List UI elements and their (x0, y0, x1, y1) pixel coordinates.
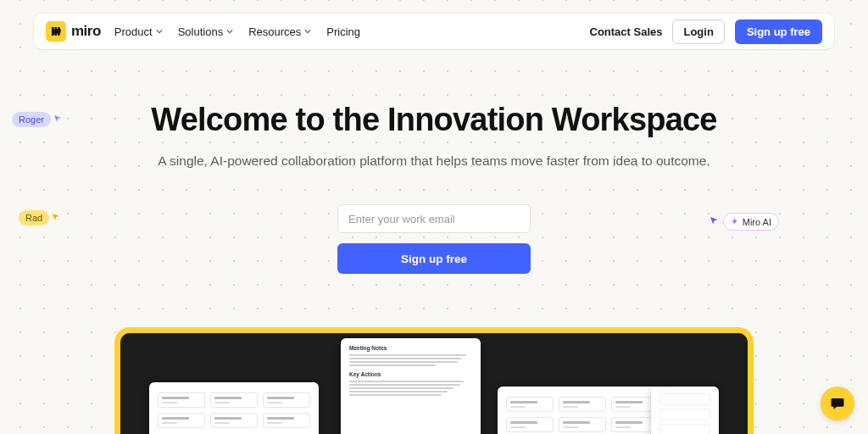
cursor-badge-miro-ai: ✦ Miro AI (710, 213, 779, 231)
nav-item-resources[interactable]: Resources (248, 25, 311, 38)
sparkle-icon: ✦ (731, 216, 738, 227)
cursor-pointer-icon (54, 115, 63, 124)
nav-label: Solutions (178, 25, 223, 38)
nav-item-solutions[interactable]: Solutions (178, 25, 233, 38)
cta-signup-button[interactable]: Sign up free (337, 243, 531, 274)
chevron-down-icon (226, 28, 233, 35)
hero-subhead: A single, AI-powered collaboration platf… (0, 153, 868, 169)
nav-item-product[interactable]: Product (114, 25, 163, 38)
hero-headline: Welcome to the Innovation Workspace (0, 102, 868, 138)
chat-icon (830, 396, 845, 411)
cursor-badge-roger: Roger (12, 112, 63, 127)
nav-links: Product Solutions Resources Pricing (114, 25, 360, 38)
showcase-panel (149, 382, 319, 434)
cursor-pointer-icon (710, 217, 720, 226)
nav-label: Resources (248, 25, 301, 38)
chat-launcher-button[interactable] (821, 387, 854, 420)
showcase-panel (651, 387, 719, 434)
nav-label: Pricing (326, 25, 360, 38)
chevron-down-icon (156, 28, 163, 35)
cursor-label: Roger (12, 112, 51, 127)
nav-right: Contact Sales Login Sign up free (590, 19, 823, 44)
email-field[interactable] (337, 204, 531, 233)
cursor-label: ✦ Miro AI (723, 213, 779, 231)
cursor-badge-rad: Rad (19, 210, 61, 225)
nav-item-pricing[interactable]: Pricing (326, 25, 360, 38)
brand-name: miro (71, 23, 101, 40)
hero-section: Welcome to the Innovation Workspace A si… (0, 102, 868, 274)
logo-mark-icon (46, 21, 66, 42)
contact-sales-link[interactable]: Contact Sales (590, 25, 663, 38)
chevron-down-icon (304, 28, 311, 35)
nav-label: Product (114, 25, 153, 38)
top-nav: miro Product Solutions Resources Pricing… (34, 14, 834, 49)
cursor-label: Rad (19, 210, 49, 225)
cursor-label-text: Miro AI (743, 217, 771, 227)
product-showcase: Meeting Notes Key Actions (114, 327, 754, 434)
signup-button[interactable]: Sign up free (735, 19, 822, 44)
showcase-panel (498, 387, 667, 434)
login-button[interactable]: Login (672, 19, 724, 44)
showcase-panel: Meeting Notes Key Actions (341, 338, 481, 434)
cursor-pointer-icon (53, 214, 61, 222)
brand-logo[interactable]: miro (46, 21, 101, 42)
